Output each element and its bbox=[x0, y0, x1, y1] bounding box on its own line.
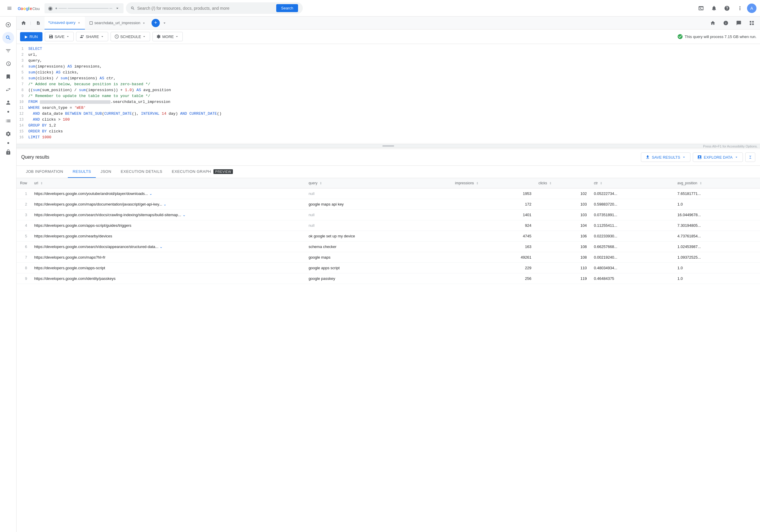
tab-results[interactable]: RESULTS bbox=[68, 166, 96, 178]
tab-searchdata-close[interactable]: × bbox=[141, 21, 146, 25]
preview-badge: PREVIEW bbox=[214, 169, 233, 174]
code-line-13: 13 AND clicks > 100 bbox=[17, 117, 760, 123]
col-url[interactable]: url ⇕ bbox=[31, 178, 305, 188]
cell-avg-position: 4.73761854... bbox=[674, 231, 760, 242]
save-results-button[interactable]: SAVE RESULTS bbox=[641, 153, 690, 162]
cell-ctr: 0.07351891... bbox=[590, 210, 674, 220]
table-row: 5 https://developers.google.com/nearby/d… bbox=[17, 231, 760, 242]
transfer-icon[interactable] bbox=[2, 84, 14, 96]
tab-info-icon[interactable] bbox=[720, 17, 732, 29]
divider-dot2 bbox=[7, 142, 9, 144]
table-row: 4 https://developers.google.com/apps-scr… bbox=[17, 220, 760, 231]
history-sidebar-icon[interactable] bbox=[2, 58, 14, 70]
terminal-icon[interactable] bbox=[695, 2, 707, 14]
url-expand-icon[interactable]: ⌄ bbox=[160, 244, 163, 249]
save-button[interactable]: SAVE bbox=[45, 32, 74, 41]
cell-clicks: 102 bbox=[535, 188, 590, 199]
cell-ctr: 0.66257668... bbox=[590, 242, 674, 252]
cell-impressions: 172 bbox=[451, 199, 535, 210]
share-button[interactable]: SHARE bbox=[76, 32, 108, 41]
notifications-icon[interactable] bbox=[708, 2, 720, 14]
cell-url: https://developers.google.com/maps/docum… bbox=[31, 199, 305, 210]
help-icon[interactable] bbox=[721, 2, 733, 14]
cell-ctr: 0.59883720... bbox=[590, 199, 674, 210]
col-clicks[interactable]: clicks ⇕ bbox=[535, 178, 590, 188]
search-input[interactable] bbox=[137, 6, 274, 11]
tab-searchdata[interactable]: searchdata_url_impression × bbox=[85, 17, 150, 29]
run-button[interactable]: ▶ RUN bbox=[20, 32, 42, 41]
sql-editor[interactable]: 1 SELECT 2 url, 3 query, 4 sum(impressio… bbox=[17, 44, 760, 143]
code-line-9: 9 /* Remember to update the table name t… bbox=[17, 93, 760, 99]
table-row: 10 https://developers.google.com/protoco… bbox=[17, 284, 760, 285]
cell-row-num: 8 bbox=[17, 263, 31, 273]
cell-url: https://developers.google.com/maps?hl=fr bbox=[31, 252, 305, 263]
cell-avg-position: 16.0449678... bbox=[674, 210, 760, 220]
tab-close-unsaved[interactable] bbox=[33, 17, 44, 29]
col-query[interactable]: query ⇕ bbox=[305, 178, 451, 188]
cell-query: google maps api key bbox=[305, 199, 451, 210]
code-line-1: 1 SELECT bbox=[17, 46, 760, 52]
url-expand-icon[interactable]: ⌄ bbox=[149, 191, 152, 196]
code-line-11: 11 WHERE search_type = 'WEB' bbox=[17, 105, 760, 111]
tab-chat-icon[interactable] bbox=[733, 17, 745, 29]
url-expand-icon[interactable]: ⌄ bbox=[163, 202, 166, 207]
col-row: Row bbox=[17, 178, 31, 188]
tab-execution-graph[interactable]: EXECUTION GRAPH PREVIEW bbox=[167, 166, 238, 178]
tab-more-button[interactable] bbox=[160, 19, 168, 27]
clicks-sort-icon: ⇕ bbox=[549, 182, 551, 185]
tab-grid-icon[interactable] bbox=[746, 17, 758, 29]
cell-url: https://developers.google.com/youtube/an… bbox=[31, 188, 305, 199]
cell-query: null bbox=[305, 210, 451, 220]
search-sidebar-icon[interactable] bbox=[2, 32, 14, 44]
explore-data-button[interactable]: EXPLORE DATA bbox=[693, 153, 743, 162]
schedule-button[interactable]: SCHEDULE bbox=[111, 32, 150, 41]
project-selector[interactable]: ◉ ● ─── ─────────────── ─ bbox=[44, 3, 123, 13]
run-icon: ▶ bbox=[25, 34, 28, 39]
avatar[interactable]: A bbox=[747, 4, 756, 13]
results-table-container[interactable]: Row url ⇕ query ⇕ impressions ⇕ clicks ⇕… bbox=[17, 178, 760, 284]
query-info-text: This query will process 7.15 GB when run… bbox=[685, 34, 757, 39]
settings-sidebar-icon[interactable] bbox=[2, 128, 14, 140]
tab-execution-details[interactable]: EXECUTION DETAILS bbox=[116, 166, 167, 178]
tab-job-information[interactable]: JOB INFORMATION bbox=[21, 166, 68, 178]
table-body: 1 https://developers.google.com/youtube/… bbox=[17, 188, 760, 285]
more-button[interactable]: MORE bbox=[152, 32, 183, 41]
filter-icon[interactable] bbox=[2, 45, 14, 57]
cell-avg-position: 1.02453987... bbox=[674, 242, 760, 252]
table-row: 9 https://developers.google.com/identity… bbox=[17, 273, 760, 284]
cell-query: google maps bbox=[305, 252, 451, 263]
expand-results-button[interactable] bbox=[745, 153, 755, 162]
list-sidebar-icon[interactable] bbox=[2, 115, 14, 127]
google-cloud-logo[interactable]: G o o g l e Cloud bbox=[18, 5, 40, 12]
cell-url: https://developers.google.com/nearby/dev… bbox=[31, 231, 305, 242]
svg-text:e: e bbox=[30, 6, 32, 11]
cell-avg-position: 7.30194805... bbox=[674, 220, 760, 231]
cell-clicks: 119 bbox=[535, 273, 590, 284]
menu-icon[interactable] bbox=[4, 2, 15, 14]
cell-avg-position: 1.09372525... bbox=[674, 252, 760, 263]
search-button[interactable]: Search bbox=[276, 4, 298, 12]
bigquery-home-icon[interactable] bbox=[2, 19, 14, 31]
add-tab-button[interactable]: + bbox=[152, 19, 160, 27]
tab-unsaved-close[interactable]: × bbox=[77, 20, 81, 25]
col-avg-position[interactable]: avg_position ⇕ bbox=[674, 178, 760, 188]
code-line-2: 2 url, bbox=[17, 52, 760, 58]
tab-json[interactable]: JSON bbox=[96, 166, 116, 178]
resize-handle[interactable] bbox=[17, 144, 760, 148]
results-actions: SAVE RESULTS EXPLORE DATA bbox=[641, 153, 755, 162]
global-search-bar[interactable]: Search bbox=[126, 2, 303, 14]
cell-ctr: 0.05856515... bbox=[590, 284, 674, 285]
col-ctr[interactable]: ctr ⇕ bbox=[590, 178, 674, 188]
col-impressions[interactable]: impressions ⇕ bbox=[451, 178, 535, 188]
tab-home-icon[interactable] bbox=[19, 18, 28, 28]
tab-unsaved-query[interactable]: *Unsaved query × bbox=[44, 17, 85, 29]
cell-ctr: 0.48034934... bbox=[590, 263, 674, 273]
bookmark-icon[interactable] bbox=[2, 71, 14, 82]
cell-row-num: 1 bbox=[17, 188, 31, 199]
url-expand-icon[interactable]: ⌄ bbox=[182, 213, 186, 217]
more-options-icon[interactable] bbox=[734, 2, 746, 14]
lock-icon[interactable] bbox=[2, 146, 14, 158]
cell-ctr: 0.05222734... bbox=[590, 188, 674, 199]
person-icon[interactable] bbox=[2, 97, 14, 109]
tab-home-link-icon[interactable] bbox=[707, 17, 719, 29]
